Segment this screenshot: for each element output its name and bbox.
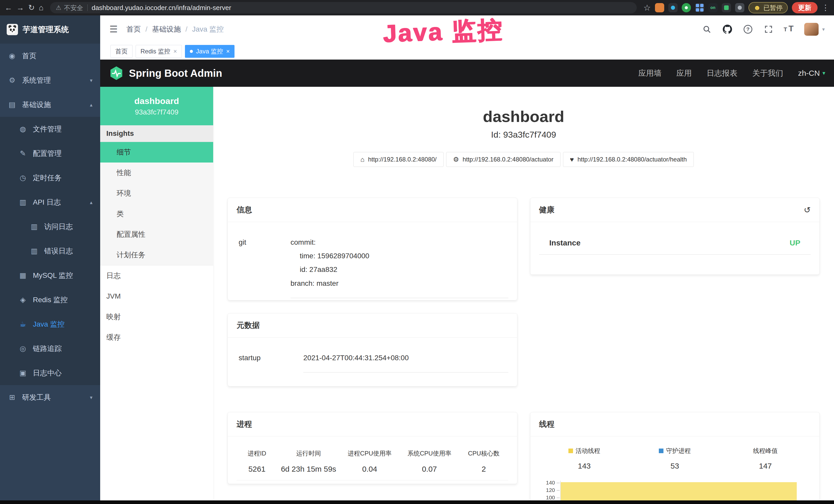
page-title: dashboard bbox=[227, 107, 820, 125]
sidebar-toggle-icon[interactable]: ☰ bbox=[109, 24, 118, 35]
menu-scheduled-tasks[interactable]: 计划任务 bbox=[100, 245, 213, 265]
tab-home[interactable]: 首页 bbox=[110, 45, 133, 58]
browser-home-icon[interactable]: ⌂ bbox=[39, 4, 43, 12]
actuator-url-button[interactable]: ⚙ http://192.168.0.2:48080/actuator bbox=[446, 152, 561, 167]
y-axis-tickmark bbox=[556, 490, 560, 491]
close-icon[interactable]: × bbox=[226, 48, 229, 55]
question-mark: ? bbox=[744, 25, 752, 33]
extension-icon-3[interactable] bbox=[682, 3, 691, 12]
menu-logs[interactable]: 日志 bbox=[100, 266, 213, 286]
breadcrumb-separator: / bbox=[146, 25, 148, 33]
sidebar-item-label: 文件管理 bbox=[33, 124, 62, 134]
breadcrumb-infrastructure[interactable]: 基础设施 bbox=[152, 24, 181, 34]
extension-puzzle-icon[interactable] bbox=[735, 3, 744, 12]
instance-id-subtitle: Id: 93a3fc7f7409 bbox=[227, 130, 820, 140]
sidebar-item-mysql-monitor[interactable]: ▦ MySQL 监控 bbox=[0, 263, 100, 288]
sidebar-item-file-management[interactable]: ◍ 文件管理 bbox=[0, 117, 100, 141]
back-icon[interactable]: ← bbox=[5, 4, 12, 12]
search-icon[interactable] bbox=[701, 24, 712, 35]
health-url: http://192.168.0.2:48080/actuator/health bbox=[577, 156, 687, 163]
sidebar-item-label: MySQL 监控 bbox=[33, 271, 73, 280]
sidebar-item-access-logs[interactable]: ▥ 访问日志 bbox=[0, 214, 100, 239]
sidebar-item-java-monitor[interactable]: ☕ Java 监控 bbox=[0, 312, 100, 336]
sidebar-item-home[interactable]: ◉ 首页 bbox=[0, 44, 100, 68]
close-icon[interactable]: × bbox=[173, 48, 177, 55]
tab-redis-monitor[interactable]: Redis 监控 × bbox=[136, 45, 182, 58]
instance-status-row[interactable]: Instance UP bbox=[539, 238, 811, 255]
metadata-startup-value: 2021-04-27T00:44:31.254+08:00 bbox=[303, 351, 508, 372]
menu-jvm[interactable]: JVM bbox=[100, 286, 213, 306]
health-icon: ♥ bbox=[570, 156, 574, 164]
edit-icon: ✎ bbox=[19, 149, 27, 158]
menu-caches[interactable]: 缓存 bbox=[100, 327, 213, 348]
instance-header[interactable]: dashboard 93a3fc7f7409 bbox=[100, 87, 213, 125]
sidebar-item-label: Java 监控 bbox=[33, 319, 64, 329]
nav-wallboard[interactable]: 应用墙 bbox=[638, 68, 661, 78]
service-url-button[interactable]: ⌂ http://192.168.0.2:48080/ bbox=[353, 152, 444, 167]
browser-menu-kebab-icon[interactable]: ⋮ bbox=[822, 4, 829, 12]
extension-icon-6[interactable] bbox=[722, 3, 731, 12]
help-icon[interactable]: ? bbox=[743, 24, 753, 35]
github-icon[interactable] bbox=[722, 24, 733, 35]
process-card-title: 进程 bbox=[237, 419, 252, 430]
health-url-button[interactable]: ♥ http://192.168.0.2:48080/actuator/heal… bbox=[563, 152, 694, 167]
nav-journal[interactable]: 日志报表 bbox=[707, 68, 738, 78]
sidebar-item-api-logs[interactable]: ▥ API 日志 ▴ bbox=[0, 190, 100, 214]
sidebar-item-config-management[interactable]: ✎ 配置管理 bbox=[0, 141, 100, 166]
menu-details[interactable]: 细节 bbox=[100, 142, 213, 162]
avatar-chevron-down-icon[interactable]: ▾ bbox=[822, 26, 825, 32]
sidebar-item-tracing[interactable]: ◎ 链路追踪 bbox=[0, 336, 100, 361]
java-icon: ☕ bbox=[19, 320, 27, 328]
url-text[interactable]: dashboard.yudao.iocoder.cn/infra/admin-s… bbox=[92, 4, 231, 12]
sidebar-item-system-management[interactable]: ⚙ 系统管理 ▾ bbox=[0, 68, 100, 92]
extension-grid-icon[interactable] bbox=[695, 3, 704, 12]
metadata-card: 元数据 startup 2021-04-27T00:44:31.254+08:0… bbox=[227, 313, 517, 386]
history-icon[interactable]: ↺ bbox=[804, 205, 811, 215]
info-value: commit: time: 1596289704000 id: 27aa832 … bbox=[290, 235, 508, 298]
menu-classes[interactable]: 类 bbox=[100, 204, 213, 224]
yellow-swatch-icon bbox=[568, 449, 573, 453]
menu-config-props[interactable]: 配置属性 bbox=[100, 224, 213, 245]
nav-applications[interactable]: 应用 bbox=[676, 68, 692, 78]
menu-metrics[interactable]: 性能 bbox=[100, 162, 213, 183]
fullscreen-icon[interactable] bbox=[763, 24, 774, 35]
y-axis-tick-100: 100 bbox=[539, 495, 555, 501]
extension-icon-1[interactable] bbox=[655, 3, 664, 12]
sidebar-item-error-logs[interactable]: ▥ 错误日志 bbox=[0, 239, 100, 263]
update-button[interactable]: 更新 bbox=[792, 2, 817, 13]
info-key-git: git bbox=[237, 235, 290, 298]
sidebar-item-infrastructure[interactable]: ▤ 基础设施 ▴ bbox=[0, 92, 100, 117]
breadcrumb-home[interactable]: 首页 bbox=[126, 24, 141, 34]
language-select[interactable]: zh-CN ▾ bbox=[798, 69, 825, 77]
log-icon: ▥ bbox=[30, 247, 39, 255]
bookmark-star-icon[interactable]: ☆ bbox=[643, 4, 651, 12]
paused-badge[interactable]: ☻ 已暂停 bbox=[748, 2, 788, 13]
process-header: CPU核心数 bbox=[459, 449, 508, 458]
extension-on-icon[interactable]: on bbox=[708, 3, 718, 12]
address-bar[interactable]: ⚠ 不安全 dashboard.yudao.iocoder.cn/infra/a… bbox=[50, 2, 637, 13]
brand[interactable]: 芋道管理系统 bbox=[0, 16, 100, 44]
toolbox-icon: ⊞ bbox=[8, 393, 17, 402]
user-avatar[interactable] bbox=[804, 23, 818, 36]
infrastructure-submenu: ◍ 文件管理 ✎ 配置管理 ◷ 定时任务 ▥ API 日志 ▴ ▥ bbox=[0, 117, 100, 385]
menu-mappings[interactable]: 映射 bbox=[100, 306, 213, 327]
menu-environment[interactable]: 环境 bbox=[100, 183, 213, 204]
font-size-icon[interactable]: TT bbox=[784, 24, 794, 35]
spring-boot-admin-frame: Spring Boot Admin 应用墙 应用 日志报表 关于我们 zh-CN… bbox=[100, 60, 834, 504]
tab-label: Redis 监控 bbox=[140, 47, 170, 55]
omnibox-divider bbox=[87, 4, 88, 11]
reload-icon[interactable]: ↻ bbox=[28, 4, 35, 12]
sidebar-item-dev-tools[interactable]: ⊞ 研发工具 ▾ bbox=[0, 385, 100, 410]
sidebar-item-redis-monitor[interactable]: ◈ Redis 监控 bbox=[0, 288, 100, 312]
sidebar-item-log-center[interactable]: ▣ 日志中心 bbox=[0, 361, 100, 385]
y-axis-tick-120: 120 bbox=[539, 487, 555, 493]
extension-icon-2[interactable] bbox=[668, 3, 678, 12]
process-col-system-cpu: 系统CPU使用率 0.07 bbox=[400, 449, 460, 474]
tab-java-monitor[interactable]: Java 监控 × bbox=[185, 45, 235, 58]
sidebar-item-scheduled-jobs[interactable]: ◷ 定时任务 bbox=[0, 166, 100, 190]
blue-swatch-icon bbox=[659, 449, 663, 453]
sba-nav-links: 应用墙 应用 日志报表 关于我们 zh-CN ▾ bbox=[638, 68, 825, 78]
nav-about[interactable]: 关于我们 bbox=[752, 68, 783, 78]
forward-icon[interactable]: → bbox=[17, 4, 24, 12]
sba-brand[interactable]: Spring Boot Admin bbox=[129, 68, 222, 79]
